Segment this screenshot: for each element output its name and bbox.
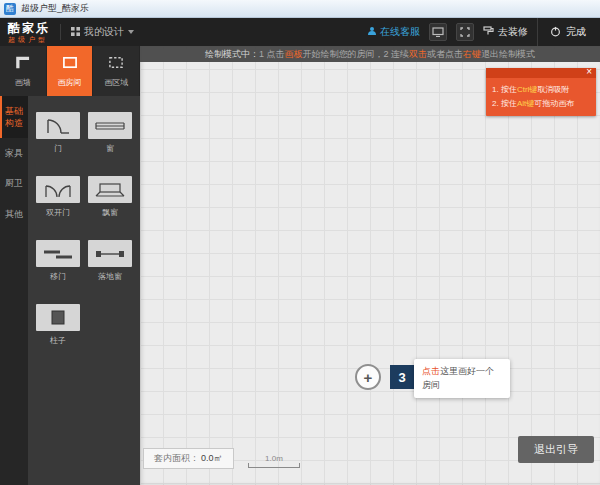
paint-roller-icon (483, 26, 494, 38)
guide-tooltip: 点击这里画好一个房间 (414, 359, 510, 398)
window-icon (88, 112, 132, 139)
library-item-label: 门 (54, 143, 62, 154)
floor-window-icon (88, 240, 132, 267)
library-item-label: 落地窗 (98, 271, 122, 282)
guide-step-badge: 3 (390, 365, 414, 389)
notice-step1-rest: 开始绘制您的房间， (303, 48, 384, 61)
hotkey-tip-box: × 1. 按住Ctrl键取消吸附 2. 按住Alt键可拖动画布 (486, 68, 596, 116)
tip-line1-key: Ctrl键 (517, 85, 537, 94)
os-titlebar: 酷 超级户型_酷家乐 (0, 0, 600, 18)
library-item-door[interactable]: 门 (36, 112, 80, 154)
tip-line1-pre: 1. 按住 (492, 85, 517, 94)
draw-start-target[interactable]: + (355, 364, 381, 390)
person-headset-icon (367, 26, 377, 38)
component-library: 门 窗 双开门 飘窗 移门 (28, 96, 140, 485)
tool-draw-area[interactable]: 画区域 (93, 46, 140, 96)
tip-line2-pre: 2. 按住 (492, 99, 517, 108)
library-item-double-door[interactable]: 双开门 (36, 176, 80, 218)
scale-label: 1.0m (248, 454, 300, 463)
online-service-button[interactable]: 在线客服 (367, 25, 420, 39)
notice-step1: 1 点击 (259, 48, 285, 61)
category-sidebar: 基础构造 家具 厨卫 其他 (0, 96, 28, 485)
category-furniture[interactable]: 家具 (0, 138, 28, 168)
guide-tooltip-highlight: 点击 (422, 366, 440, 376)
library-item-label: 移门 (50, 271, 66, 282)
library-item-bay-window[interactable]: 飘窗 (88, 176, 132, 218)
notice-step2: 2 连续 (384, 48, 410, 61)
area-label: 套内面积： (154, 453, 199, 463)
sliding-door-icon (36, 240, 80, 267)
brand-logo: 酷家乐 超级户型 (8, 22, 50, 43)
header-divider (60, 24, 61, 40)
library-item-pillar[interactable]: 柱子 (36, 304, 80, 346)
notice-highlight-rightclick: 右键 (463, 48, 481, 61)
area-value: 0.0㎡ (201, 453, 223, 463)
fullscreen-expand-icon (460, 23, 470, 41)
app-icon: 酷 (4, 3, 16, 15)
draw-mode-notice: 绘制模式中： 1 点击 画板 开始绘制您的房间， 2 连续 双击 或者点击 右键… (140, 46, 600, 62)
library-item-label: 窗 (106, 143, 114, 154)
drawing-canvas[interactable]: 绘制模式中： 1 点击 画板 开始绘制您的房间， 2 连续 双击 或者点击 右键… (140, 46, 600, 485)
category-basic-structure[interactable]: 基础构造 (0, 96, 28, 138)
inner-area-readout: 套内面积：0.0㎡ (143, 448, 234, 469)
library-item-label: 飘窗 (102, 207, 118, 218)
category-kitchen-bath[interactable]: 厨卫 (0, 168, 28, 198)
go-decorate-button[interactable]: 去装修 (483, 25, 528, 39)
draw-tools-bar: 画墙 画房间 画区域 (0, 46, 140, 96)
app-header: 酷家乐 超级户型 我的设计 在线客服 (0, 18, 600, 46)
chevron-down-icon (128, 30, 134, 34)
pillar-icon (36, 304, 80, 331)
room-icon (61, 55, 79, 74)
tip-box-header: × (486, 68, 596, 78)
tool-label: 画房间 (58, 77, 82, 88)
tool-draw-wall[interactable]: 画墙 (0, 46, 47, 96)
scale-bar (248, 464, 300, 468)
window-title: 超级户型_酷家乐 (21, 2, 89, 15)
my-design-menu[interactable]: 我的设计 (71, 25, 134, 39)
bay-window-icon (88, 176, 132, 203)
grid-icon (71, 27, 80, 38)
scale-ruler: 1.0m (248, 454, 300, 468)
tip-line-ctrl: 1. 按住Ctrl键取消吸附 (492, 83, 590, 97)
notice-step2-mid: 或者点击 (427, 48, 463, 61)
brand-subtitle: 超级户型 (8, 36, 50, 43)
door-swing-icon (36, 112, 80, 139)
presentation-button[interactable] (429, 23, 447, 41)
tip-line1-post: 取消吸附 (537, 85, 569, 94)
library-item-window[interactable]: 窗 (88, 112, 132, 154)
tip-line2-key: Alt键 (517, 99, 534, 108)
exit-guide-button[interactable]: 退出引导 (518, 436, 594, 463)
go-decorate-label: 去装修 (498, 25, 528, 39)
area-icon (107, 55, 125, 74)
close-icon[interactable]: × (584, 66, 594, 78)
app-window: 酷 超级户型_酷家乐 酷家乐 超级户型 我的设计 在线客服 (0, 0, 600, 485)
finish-label: 完成 (566, 25, 586, 39)
header-actions: 在线客服 去装修 完成 (367, 18, 600, 46)
tip-line2-post: 可拖动画布 (534, 99, 574, 108)
notice-prefix: 绘制模式中： (205, 48, 259, 61)
tip-box-body: 1. 按住Ctrl键取消吸附 2. 按住Alt键可拖动画布 (486, 78, 596, 116)
library-item-floor-window[interactable]: 落地窗 (88, 240, 132, 282)
tool-label: 画墙 (15, 77, 31, 88)
my-design-label: 我的设计 (84, 25, 124, 39)
power-icon (550, 26, 561, 39)
fullscreen-button[interactable] (456, 23, 474, 41)
library-item-label: 柱子 (50, 335, 66, 346)
online-service-label: 在线客服 (380, 25, 420, 39)
notice-highlight-doubleclick: 双击 (409, 48, 427, 61)
category-other[interactable]: 其他 (0, 199, 28, 229)
monitor-icon (432, 23, 444, 41)
tool-draw-room[interactable]: 画房间 (47, 46, 94, 96)
tool-label: 画区域 (104, 77, 128, 88)
double-door-icon (36, 176, 80, 203)
tip-line-alt: 2. 按住Alt键可拖动画布 (492, 97, 590, 111)
wall-icon (14, 55, 32, 74)
library-item-sliding-door[interactable]: 移门 (36, 240, 80, 282)
library-item-label: 双开门 (46, 207, 70, 218)
brand-name: 酷家乐 (8, 22, 50, 34)
notice-highlight-board: 画板 (285, 48, 303, 61)
finish-button[interactable]: 完成 (537, 18, 594, 46)
notice-step2-rest: 退出绘制模式 (481, 48, 535, 61)
